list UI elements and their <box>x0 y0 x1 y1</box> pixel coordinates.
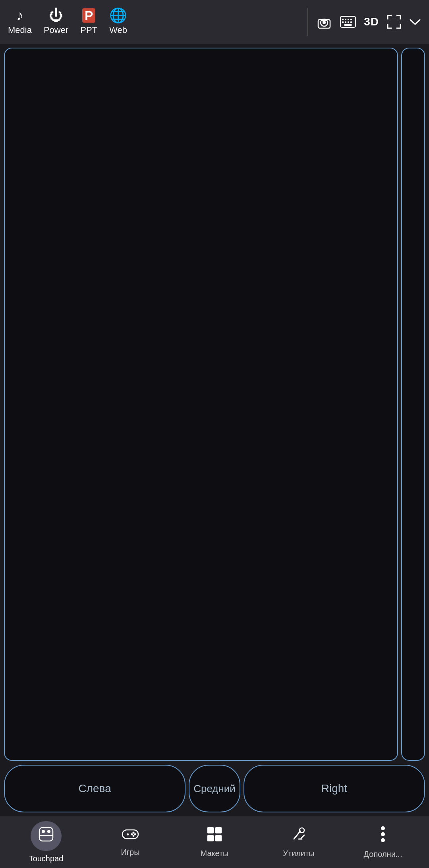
more-label: Дополни... <box>364 850 402 859</box>
touchpad-label: Touchpad <box>29 854 64 863</box>
toolbar-ppt[interactable]: P PPT <box>80 8 97 35</box>
svg-rect-8 <box>350 19 352 20</box>
utils-label: Утилиты <box>283 849 314 858</box>
svg-rect-11 <box>348 21 349 23</box>
right-button[interactable]: Right <box>243 765 425 812</box>
nav-touchpad[interactable]: Touchpad <box>4 817 88 867</box>
svg-rect-7 <box>348 19 349 20</box>
svg-point-35 <box>381 838 385 842</box>
ppt-icon: P <box>82 8 95 23</box>
nav-utils[interactable]: Утилиты <box>257 822 341 862</box>
svg-rect-12 <box>350 21 352 23</box>
svg-line-29 <box>294 831 300 839</box>
side-scrollbar[interactable] <box>401 48 425 761</box>
svg-point-33 <box>381 826 385 830</box>
left-button[interactable]: Слева <box>4 765 186 812</box>
toolbar-right: 3D <box>316 14 421 30</box>
nav-layouts[interactable]: Макеты <box>172 822 257 862</box>
svg-rect-9 <box>342 21 344 23</box>
svg-point-34 <box>381 832 385 836</box>
mouse-buttons-row: Слева Средний Right <box>0 761 429 816</box>
toolbar-media[interactable]: ♪ Media <box>8 8 32 35</box>
main-content <box>0 44 429 761</box>
3d-button[interactable]: 3D <box>364 15 379 28</box>
camera-button[interactable] <box>316 14 332 30</box>
games-icon <box>122 827 139 845</box>
nav-more[interactable]: Дополни... <box>341 822 425 863</box>
svg-point-16 <box>42 830 45 833</box>
svg-point-17 <box>47 830 50 833</box>
svg-point-24 <box>134 833 136 835</box>
power-icon: ⏻ <box>49 8 63 23</box>
web-label: Web <box>109 25 127 35</box>
svg-rect-28 <box>215 835 222 841</box>
svg-rect-14 <box>39 827 53 841</box>
games-label: Игры <box>121 848 139 857</box>
top-toolbar: ♪ Media ⏻ Power P PPT 🌐 Web <box>0 0 429 44</box>
svg-rect-5 <box>342 19 344 20</box>
ppt-label: PPT <box>80 25 97 35</box>
touchpad-area[interactable] <box>4 48 398 761</box>
svg-point-21 <box>133 832 135 834</box>
svg-rect-26 <box>215 827 222 833</box>
svg-rect-13 <box>344 24 352 26</box>
toolbar-divider <box>307 8 308 36</box>
toolbar-power[interactable]: ⏻ Power <box>44 8 68 35</box>
middle-button[interactable]: Средний <box>189 765 240 812</box>
media-label: Media <box>8 25 32 35</box>
svg-point-22 <box>133 835 135 837</box>
nav-games[interactable]: Игры <box>88 824 172 861</box>
svg-point-3 <box>323 21 326 24</box>
layouts-icon <box>207 826 222 846</box>
dropdown-button[interactable] <box>409 18 421 26</box>
svg-rect-10 <box>345 21 346 23</box>
svg-point-30 <box>300 828 304 833</box>
svg-rect-25 <box>207 827 214 833</box>
fullscreen-button[interactable] <box>387 15 401 29</box>
layouts-label: Макеты <box>201 849 229 858</box>
svg-line-31 <box>301 835 304 838</box>
keyboard-button[interactable] <box>340 16 356 28</box>
web-icon: 🌐 <box>109 8 127 23</box>
bottom-nav: Touchpad Игры Макеты <box>0 816 429 868</box>
toolbar-web[interactable]: 🌐 Web <box>109 8 127 35</box>
touchpad-icon <box>38 829 54 846</box>
toolbar-left: ♪ Media ⏻ Power P PPT 🌐 Web <box>8 8 300 35</box>
utils-icon <box>291 826 307 846</box>
svg-rect-6 <box>345 19 346 20</box>
power-label: Power <box>44 25 68 35</box>
more-icon <box>380 826 386 847</box>
svg-point-23 <box>131 833 133 835</box>
music-icon: ♪ <box>16 8 23 23</box>
svg-rect-27 <box>207 835 214 841</box>
